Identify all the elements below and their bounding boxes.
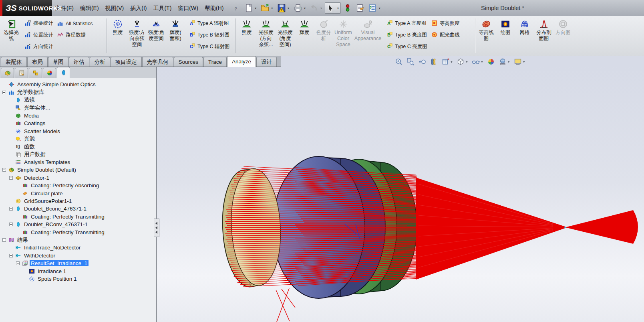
feature-manager-tab[interactable] <box>1 68 14 78</box>
tree-item-lenses[interactable]: 透镜 <box>1 96 156 104</box>
edit-properties-button[interactable] <box>354 3 366 13</box>
select-rays-button[interactable]: 选择光 线 <box>2 17 21 42</box>
select-tool-button[interactable]: ▼ <box>325 2 341 14</box>
zoom-area-icon[interactable] <box>407 58 415 66</box>
tree-item-resultset-irradiance-1[interactable]: ResultSet_Irradiance_1 <box>1 259 156 267</box>
tree-expander-minus[interactable] <box>9 207 13 211</box>
section-view-icon[interactable] <box>430 58 438 66</box>
irradiance-plot-button[interactable]: 照度 <box>108 17 127 36</box>
tab-sketch[interactable]: 草图 <box>48 57 68 67</box>
type-b-radiation-button[interactable]: BType B 辐射图 <box>189 31 230 39</box>
edit-appearance-icon[interactable] <box>487 58 495 66</box>
tab-layout[interactable]: 布局 <box>27 57 48 67</box>
zoom-previous-icon[interactable] <box>418 58 426 66</box>
tree-expander-minus[interactable] <box>2 168 6 172</box>
tree-expander-minus[interactable] <box>9 176 13 180</box>
panel-collapse-handle[interactable] <box>154 219 159 237</box>
direction-statistics-button[interactable]: 方向统计 <box>25 43 53 51</box>
luminous-intensity-cosine-button[interactable]: 光强度 (方向 余弦... <box>256 17 276 48</box>
tab-evaluate[interactable]: 评估 <box>69 57 89 67</box>
iso-illuminance-button[interactable]: 等高照度 <box>431 20 460 27</box>
intensity-angle-button[interactable]: 强度:角 度空间 <box>147 17 166 42</box>
menu-item-help[interactable]: 帮助(H) <box>203 0 225 16</box>
new-document-button[interactable]: ▼ <box>243 3 258 13</box>
tree-expander-minus[interactable] <box>2 238 6 242</box>
tab-optical-geometry[interactable]: 光学几何 <box>142 57 173 67</box>
tree-expander-minus[interactable] <box>9 254 13 257</box>
contour-map-button[interactable]: 等高线 图 <box>477 17 496 42</box>
tree-item-optical-database[interactable]: 光学数据库 <box>1 88 156 96</box>
tab-trace[interactable]: Trace <box>203 57 227 67</box>
view-settings-icon[interactable]: ▼ <box>514 58 525 66</box>
trace-status-button[interactable] <box>342 3 353 13</box>
radiance-area-button[interactable]: 辉度( 面积) <box>166 17 185 42</box>
tree-item-grid-source-polar[interactable]: GridSourcePolar1-1 <box>1 197 156 205</box>
optics-manager-tab[interactable] <box>57 67 70 78</box>
tree-expander-minus[interactable] <box>16 261 20 265</box>
open-document-button[interactable]: ▼ <box>260 3 275 13</box>
tab-assembly[interactable]: 装配体 <box>1 57 27 67</box>
menu-item-insert[interactable]: 插入(I) <box>128 0 149 16</box>
options-button[interactable]: ▼ <box>367 3 382 13</box>
tree-item-coating-perfectly-absorbing[interactable]: Coating: Perfectly Absorbing <box>1 182 156 189</box>
tree-item-simple-doublet[interactable]: Simple Doublet (Default) <box>1 166 156 174</box>
tab-sources[interactable]: Sources <box>174 57 203 67</box>
tree-item-results[interactable]: 结果 <box>1 236 156 244</box>
tree-item-coatings[interactable]: Coatings <box>1 119 156 127</box>
tree-item-analysis-templates[interactable]: Analysis Templates <box>1 158 156 166</box>
raster-plot-button[interactable]: 绘图 <box>496 17 515 36</box>
illuminance-plot-button[interactable]: 照度 <box>237 17 256 36</box>
apply-scene-icon[interactable]: ▼ <box>499 58 510 66</box>
luminous-intensity-angle-button[interactable]: 光强度 (角度 空间) <box>276 17 295 48</box>
display-manager-tab[interactable] <box>43 68 56 78</box>
type-c-luminance-button[interactable]: CType C 亮度图 <box>386 43 427 51</box>
tree-item-coating-transmitting-1[interactable]: Coating: Perfectly Transmitting <box>1 213 156 221</box>
menu-item-tools[interactable]: 工具(T) <box>151 0 173 16</box>
search-assistant-icon[interactable]: ⌕ <box>232 4 239 12</box>
tree-item-irradiance-1[interactable]: Irradiance 1 <box>1 267 156 275</box>
tree-item-coating-transmitting-2[interactable]: Coating: Perfectly Transmitting <box>1 228 156 236</box>
tree-item-doublet-bconv[interactable]: Doublet_BConv_476371-1 <box>1 221 156 228</box>
tab-analysis[interactable]: 分析 <box>90 57 110 67</box>
position-statistics-button[interactable]: 位置统计 <box>25 31 53 39</box>
tree-expander-minus[interactable] <box>2 91 6 94</box>
tab-analyze[interactable]: Analyze <box>227 56 256 67</box>
print-button[interactable]: ▼ <box>292 3 308 13</box>
configuration-manager-tab[interactable] <box>29 68 42 78</box>
tree-item-spots-position-1[interactable]: Spots Position 1 <box>1 275 156 283</box>
property-manager-tab[interactable] <box>15 68 28 78</box>
type-a-luminance-button[interactable]: AType A 亮度图 <box>386 20 427 27</box>
summary-statistics-button[interactable]: 摘要统计 <box>25 20 53 27</box>
tab-design[interactable]: 设计 <box>256 57 277 67</box>
tree-item-functions[interactable]: f()函数 <box>1 143 156 150</box>
type-b-luminance-button[interactable]: BType B 亮度图 <box>386 31 427 39</box>
tree-item-with-detector[interactable]: WithDetector <box>1 252 156 259</box>
tree-item-initial-trace-no-detector[interactable]: InitialTrace_NoDetector <box>1 244 156 251</box>
intensity-cosine-button[interactable]: 强度:方 向余弦 空间 <box>127 17 147 48</box>
menu-item-view[interactable]: 视图(V) <box>103 0 126 16</box>
tree-item-optical-solids[interactable]: 光学实体... <box>1 104 156 111</box>
save-document-button[interactable]: !▼ <box>276 3 291 13</box>
tree-item-scatter-models[interactable]: Scatter Models <box>1 127 156 135</box>
viewport-3d[interactable] <box>157 67 644 322</box>
display-style-icon[interactable]: ▼ <box>457 58 468 66</box>
tab-project-settings[interactable]: 项目设定 <box>111 57 142 67</box>
type-a-radiation-button[interactable]: AType A 辐射图 <box>189 20 230 27</box>
luminance-plot-button[interactable]: 辉度 <box>295 17 314 36</box>
tree-item-circular-plate[interactable]: Circular plate <box>1 189 156 197</box>
path-data-button[interactable]: 路径数据 <box>57 31 93 39</box>
tree-item-assembly-root[interactable]: Assembly Simple Doublet Optics <box>1 81 156 88</box>
menu-item-window[interactable]: 窗口(W) <box>176 0 200 16</box>
all-statistics-button[interactable]: All Statistics <box>57 20 93 27</box>
tree-expander-minus[interactable] <box>9 223 13 226</box>
menu-item-edit[interactable]: 编辑(E) <box>78 0 101 16</box>
view-orientation-icon[interactable]: ▼ <box>441 58 453 66</box>
tree-item-light-sources[interactable]: 光源 <box>1 135 156 143</box>
tree-item-user-data[interactable]: 用户数据 <box>1 151 156 158</box>
hide-show-items-icon[interactable]: ▼ <box>472 58 483 66</box>
distribution-profile-button[interactable]: 分布剖 面图 <box>534 17 553 42</box>
tree-item-detector-1[interactable]: Detector-1 <box>1 174 156 182</box>
zoom-fit-icon[interactable] <box>395 58 403 66</box>
type-c-radiation-button[interactable]: CType C 辐射图 <box>189 43 230 51</box>
light-distribution-curve-button[interactable]: 配光曲线 <box>431 31 460 39</box>
